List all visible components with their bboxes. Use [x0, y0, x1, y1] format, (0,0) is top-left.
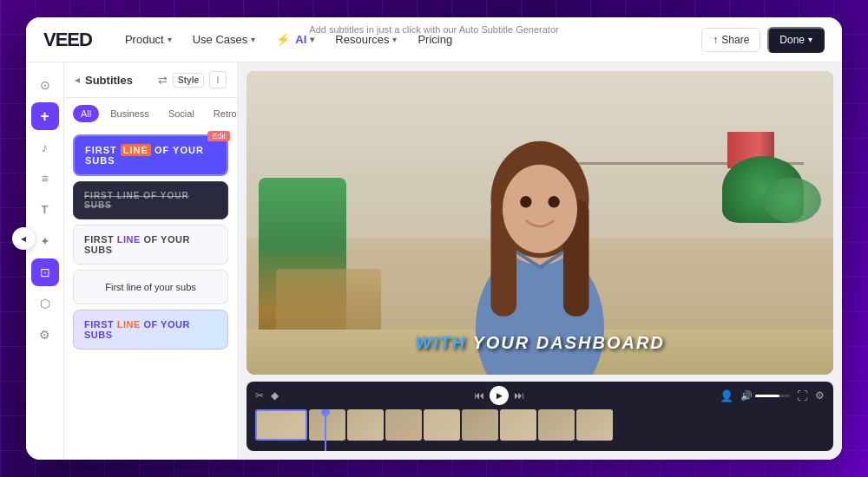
filter-tabs: All Business Social Retro — [64, 98, 237, 129]
track-strip — [255, 409, 825, 441]
track-thumb[interactable] — [500, 409, 536, 441]
subtitle-style-2[interactable]: FIRST LINE OF YOUR SUBS — [73, 181, 228, 219]
track-thumb[interactable] — [576, 409, 613, 441]
nav-bar: VEED Product ▾ Use Cases ▾ ⚡ AI ▾ Resour… — [26, 17, 842, 62]
panel-title: Subtitles — [85, 74, 133, 87]
volume-fill — [755, 395, 779, 397]
sidebar-item-media[interactable]: ⊙ — [31, 71, 59, 99]
subtitle-preview-3: FIRST LINE OF YOUR SUBS — [84, 234, 217, 255]
playhead[interactable] — [325, 409, 326, 451]
sidebar-icons: ⊙ + ♪ ≡ T ✦ ⊡ ⬡ ⚙ — [26, 62, 64, 460]
video-subtitle-text: WITH YOUR DASHBOARD — [415, 333, 665, 352]
subtitle-style-3[interactable]: FIRST LINE OF YOUR SUBS — [73, 225, 228, 265]
track-thumb[interactable] — [538, 409, 575, 441]
chevron-down-icon: ▾ — [392, 35, 397, 44]
sidebar-item-text[interactable]: ≡ — [31, 165, 59, 193]
subtitles-panel: ◂ Subtitles ⇄ Style I All Business Socia… — [64, 62, 238, 460]
volume-bar[interactable] — [755, 395, 790, 397]
nav-product[interactable]: Product ▾ — [116, 28, 181, 51]
chevron-down-icon: ▾ — [310, 35, 314, 44]
sidebar-item-settings[interactable]: ⚙ — [31, 321, 59, 349]
logo: VEED — [43, 29, 92, 51]
track-thumb[interactable] — [462, 409, 498, 441]
svg-point-8 — [548, 196, 559, 207]
panel-header: ◂ Subtitles ⇄ Style I — [64, 62, 237, 98]
svg-point-7 — [520, 196, 531, 207]
video-subtitle-overlay: WITH YOUR DASHBOARD — [415, 333, 665, 353]
subtitle-style-1[interactable]: Edit FIRST LINE OF YOUR SUBS — [73, 134, 228, 176]
chevron-down-icon: ▾ — [251, 35, 255, 44]
filter-social[interactable]: Social — [161, 105, 202, 122]
subtitle-style-list: Edit FIRST LINE OF YOUR SUBS FIRST LINE … — [64, 129, 237, 460]
main-card: VEED Product ▾ Use Cases ▾ ⚡ AI ▾ Resour… — [26, 17, 842, 460]
skip-forward-button[interactable]: ⏭ — [514, 389, 524, 402]
sync-icon[interactable]: ⇄ — [158, 74, 168, 87]
subtitle-preview-4: First line of your subs — [105, 282, 196, 292]
content-area: ⊙ + ♪ ≡ T ✦ ⊡ ⬡ ⚙ ◂ Subtitles ⇄ Style — [26, 62, 842, 460]
volume-control: 🔊 — [740, 390, 790, 402]
sidebar-item-audio[interactable]: ♪ — [31, 134, 59, 161]
timeline-diamond-button[interactable]: ◆ — [271, 389, 279, 402]
timeline: ✂ ◆ ⏮ ▶ ⏭ 👤 🔊 — [247, 382, 833, 451]
sidebar-item-effects[interactable]: ✦ — [31, 227, 59, 255]
sidebar-item-shapes[interactable]: ⬡ — [31, 290, 59, 317]
skip-back-button[interactable]: ⏮ — [474, 389, 484, 402]
settings-button[interactable]: ⚙ — [815, 389, 825, 402]
subtitle-style-5[interactable]: FIRST LINE OF YOUR SUBS — [73, 310, 228, 350]
user-icon[interactable]: 👤 — [720, 389, 733, 402]
svg-point-6 — [503, 165, 577, 253]
track-thumb[interactable] — [424, 409, 460, 441]
share-icon: ↑ — [713, 34, 718, 46]
track-thumb[interactable] — [385, 409, 422, 441]
done-button[interactable]: Done ▾ — [767, 27, 825, 53]
share-button[interactable]: ↑ Share — [701, 28, 760, 52]
expand-button[interactable]: ⛶ — [797, 389, 808, 402]
filter-all[interactable]: All — [73, 105, 99, 122]
back-arrow-button[interactable]: ◂ — [12, 227, 35, 250]
play-button[interactable]: ▶ — [490, 386, 509, 405]
subtitle-style-4[interactable]: First line of your subs — [73, 270, 228, 304]
video-section: WITH YOUR DASHBOARD ✂ ◆ ⏮ ▶ ⏭ — [238, 62, 842, 460]
style-button[interactable]: Style — [173, 73, 204, 88]
track-thumb-selected[interactable] — [255, 409, 307, 441]
nav-actions: ↑ Share Done ▾ — [701, 27, 825, 53]
timeline-track — [247, 409, 833, 451]
nav-tooltip: Add subtitles in just a click with our A… — [309, 24, 558, 35]
timeline-cut-button[interactable]: ✂ — [255, 389, 264, 402]
timeline-controls: ✂ ◆ ⏮ ▶ ⏭ 👤 🔊 — [247, 382, 833, 409]
info-button[interactable]: I — [209, 71, 227, 88]
nav-use-cases[interactable]: Use Cases ▾ — [184, 28, 265, 51]
volume-icon[interactable]: 🔊 — [740, 390, 753, 402]
filter-business[interactable]: Business — [102, 105, 157, 122]
subtitle-preview-5: FIRST LINE OF YOUR SUBS — [84, 319, 217, 340]
track-thumb[interactable] — [347, 409, 384, 441]
chevron-down-icon: ▾ — [168, 35, 172, 44]
panel-back-button[interactable]: ◂ — [75, 74, 80, 86]
subtitle-preview-2: FIRST LINE OF YOUR SUBS — [84, 191, 217, 210]
sidebar-item-title[interactable]: T — [31, 196, 59, 224]
bolt-icon: ⚡ — [276, 33, 290, 46]
sidebar-item-subtitles[interactable]: ⊡ — [31, 258, 59, 286]
video-player: WITH YOUR DASHBOARD — [247, 71, 833, 375]
woman-figure — [247, 71, 833, 375]
add-button[interactable]: + — [31, 102, 59, 130]
subtitle-preview-1: FIRST LINE OF YOUR SUBS — [85, 145, 216, 166]
edit-badge: Edit — [207, 131, 230, 141]
chevron-down-icon: ▾ — [808, 35, 812, 44]
filter-retro[interactable]: Retro — [206, 105, 238, 122]
